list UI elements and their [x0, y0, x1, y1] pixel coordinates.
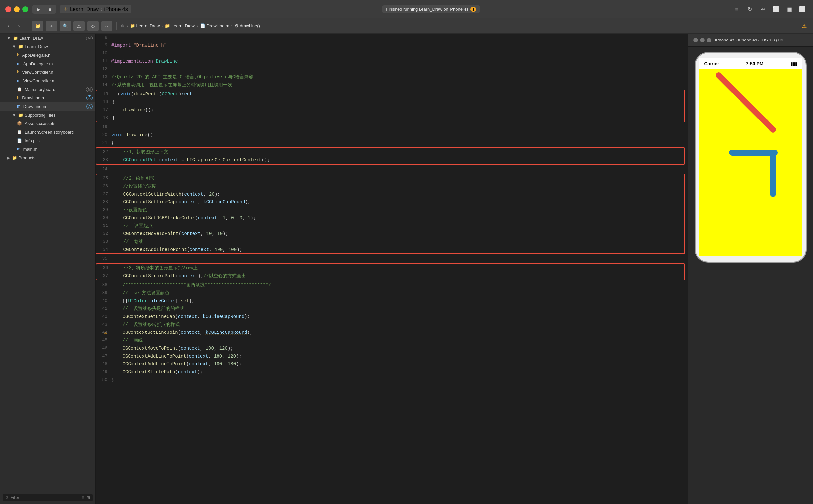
- line-num-26: 26: [96, 182, 112, 190]
- breadcrumb-project[interactable]: 📁 Learn_Draw: [130, 23, 159, 28]
- sidebar: ▼ 📁 Learn_Draw M ▼ 📁 Learn_Draw h AppDel…: [0, 34, 95, 504]
- preview-title: iPhone 4s - iPhone 4s / iOS 9.3 (13E...: [715, 38, 789, 42]
- code-line-41: 41 // 设置线条头尾部的的样式: [95, 305, 688, 313]
- sidebar-item-supporting-files[interactable]: ▼ 📁 Supporting Files: [0, 111, 95, 119]
- preview-minimize[interactable]: [700, 38, 705, 42]
- line-content-27: CGContextSetLineWidth(context, 20);: [112, 190, 685, 198]
- line-num-36: 36: [96, 264, 112, 272]
- code-line-20: 20 void drawLine(): [95, 131, 688, 139]
- sidebar-item-drawline-m[interactable]: m DrawLine.m A: [0, 102, 95, 111]
- sidebar-label-main-storyboard: Main.storyboard: [25, 87, 55, 92]
- sidebar-label-appdelegate-h: AppDelegate.h: [22, 53, 50, 58]
- diff-btn[interactable]: ↔: [101, 21, 112, 31]
- sidebar-item-viewcontroller-m[interactable]: m ViewController.m: [0, 76, 95, 85]
- sidebar-label-viewcontroller-h: ViewController.h: [22, 70, 53, 75]
- line-num-9: 9: [95, 41, 111, 49]
- preview-maximize[interactable]: [707, 38, 711, 42]
- line-num-41: 41: [95, 305, 111, 313]
- line-num-10: 10: [95, 49, 111, 57]
- m-file-icon2: m: [17, 78, 21, 83]
- code-line-29: 29 //设置颜色: [96, 206, 685, 214]
- run-stop-controls: ▶ ■: [32, 5, 56, 14]
- battery-icon: ▮▮▮: [790, 61, 797, 66]
- sidebar-item-learn-draw-group[interactable]: ▼ 📁 Learn_Draw: [0, 42, 95, 51]
- line-content-39: // set方法设置颜色: [111, 289, 688, 297]
- sidebar-label-main-m: main.m: [23, 147, 38, 152]
- code-line-33: 33 // 划线: [96, 238, 685, 246]
- sidebar-item-appdelegate-h[interactable]: h AppDelegate.h: [0, 51, 95, 59]
- warning-indicator[interactable]: ⚠: [800, 21, 809, 31]
- line-content-47: CGContextAddLineToPoint(context, 180, 12…: [111, 352, 688, 360]
- lines-icon-btn[interactable]: ≡: [731, 5, 742, 14]
- sidebar-item-main-m[interactable]: m main.m: [0, 145, 95, 153]
- forward-button[interactable]: ›: [14, 21, 24, 31]
- sidebar-item-launch-storyboard[interactable]: 📋 LaunchScreen.storyboard: [0, 128, 95, 136]
- chevron-down-icon: ▼: [7, 36, 11, 40]
- issue-nav-btn[interactable]: ⚠: [73, 21, 85, 31]
- code-line-40: 40 [[UIColor blueColor] set];: [95, 297, 688, 305]
- folder-toggle-btn[interactable]: 📁: [32, 21, 43, 31]
- toolbar-divider-2: [116, 22, 117, 30]
- code-line-46: 46 CGContextMoveToPoint(context, 100, 12…: [95, 344, 688, 352]
- close-button[interactable]: [5, 6, 11, 12]
- line-num-13: 13: [95, 73, 111, 81]
- folder-icon2: 📁: [18, 44, 23, 49]
- svg-line-0: [719, 75, 773, 130]
- toolbar: ‹ › 📁 + 🔍 ⚠ ◇ ↔ ⚛ › 📁 Learn_Draw › 📁 Lea…: [0, 18, 813, 34]
- preview-close[interactable]: [693, 38, 698, 42]
- sidebar-label-info-plist: Info.plist: [25, 138, 41, 143]
- enter-icon-btn[interactable]: ↩: [758, 5, 768, 14]
- line-content-45: // 画线: [111, 336, 688, 344]
- line-content-26: //设置线段宽度: [112, 182, 685, 190]
- bookmark-btn[interactable]: ◇: [87, 21, 98, 31]
- line-content-32: CGContextMoveToPoint(context, 10, 10);: [112, 230, 685, 238]
- scheme-icon: ⚛: [63, 6, 68, 12]
- code-line-11: 11 @implementation DrawLine: [95, 57, 688, 65]
- code-line-25: 25 //2、绘制图形: [96, 174, 685, 182]
- minimize-button[interactable]: [14, 6, 20, 12]
- line-num-16: 16: [96, 98, 112, 106]
- line-num-45: 45: [95, 336, 111, 344]
- line-content-33: // 划线: [112, 238, 685, 246]
- maximize-button[interactable]: [22, 6, 28, 12]
- sidebar-label-learn-draw: Learn_Draw: [19, 36, 43, 40]
- preview-traffic-lights: [693, 38, 711, 42]
- sidebar-item-products[interactable]: ▶ 📁 Products: [0, 153, 95, 162]
- folder-icon4: 📁: [12, 155, 17, 160]
- code-line-36: 36 //3、将所绘制的图形显示到View上: [96, 264, 685, 272]
- panel-both-btn[interactable]: ▣: [784, 5, 795, 14]
- sidebar-item-assets[interactable]: 📦 Assets.xcassets: [0, 119, 95, 128]
- panel-left-btn[interactable]: ⬜: [771, 5, 781, 14]
- scheme-selector[interactable]: ⚛ Learn_Draw › iPhone 4s: [60, 5, 131, 13]
- line-content-46: CGContextMoveToPoint(context, 100, 120);: [111, 344, 688, 352]
- run-button[interactable]: ▶: [32, 5, 44, 14]
- code-line-39: 39 // set方法设置颜色: [95, 289, 688, 297]
- sidebar-item-appdelegate-m[interactable]: m AppDelegate.m: [0, 59, 95, 68]
- panel-right-btn[interactable]: ⬜: [797, 5, 808, 14]
- line-num-50: 50: [95, 376, 111, 384]
- sidebar-item-viewcontroller-h[interactable]: h ViewController.h: [0, 68, 95, 76]
- sidebar-item-info-plist[interactable]: 📄 Info.plist: [0, 136, 95, 145]
- sidebar-item-main-storyboard[interactable]: 📋 Main.storyboard M: [0, 85, 95, 93]
- breadcrumb-method[interactable]: ⚙ drawLine(): [235, 23, 260, 28]
- line-num-21: 21: [95, 139, 111, 147]
- code-editor[interactable]: 8 9 #import "DrawLine.h" 10 11 @implemen…: [95, 34, 688, 504]
- sidebar-label-appdelegate-m: AppDelegate.m: [23, 61, 53, 66]
- line-content-20: void drawLine(): [111, 131, 688, 139]
- line-num-47: 47: [95, 352, 111, 360]
- filter-input[interactable]: [11, 495, 79, 500]
- sidebar-item-drawline-h[interactable]: h DrawLine.h A: [0, 93, 95, 102]
- stop-button[interactable]: ■: [44, 5, 56, 14]
- back-button[interactable]: ‹: [4, 21, 13, 31]
- line-content-40: [[UIColor blueColor] set];: [111, 297, 688, 305]
- file-add-btn[interactable]: +: [46, 21, 57, 31]
- refresh-icon-btn[interactable]: ↻: [745, 5, 755, 14]
- search-btn[interactable]: 🔍: [60, 21, 71, 31]
- line-num-14: 14: [95, 81, 111, 89]
- breadcrumb-file[interactable]: 📄 DrawLine.m: [200, 23, 230, 28]
- breadcrumb-folder[interactable]: 📁 Learn_Draw: [165, 23, 194, 28]
- titlebar-center: Finished running Learn_Draw on iPhone 4s…: [135, 5, 727, 13]
- line-content-43: // 设置线条转折点的样式: [111, 321, 688, 329]
- code-line-38: 38 /**********************画两条线**********…: [95, 281, 688, 289]
- sidebar-item-learn-draw-root[interactable]: ▼ 📁 Learn_Draw M: [0, 34, 95, 42]
